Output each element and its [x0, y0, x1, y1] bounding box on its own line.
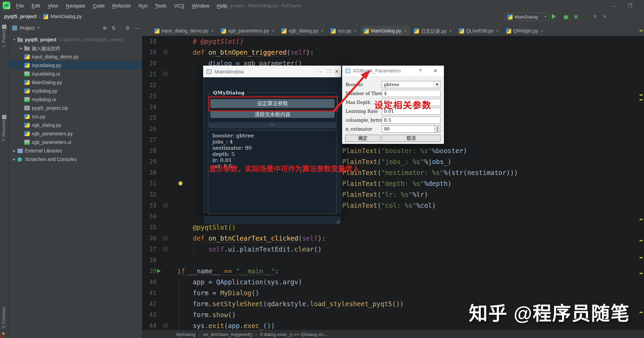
locate-file-icon[interactable]: ⊕ — [103, 25, 107, 31]
gear-icon[interactable]: ⚙ — [125, 25, 130, 31]
tab-close-icon[interactable]: × — [321, 28, 323, 33]
tab-xgb_dialog.py[interactable]: xgb_dialog.py× — [278, 26, 327, 36]
tree-item-Scratches and Consoles[interactable]: ▶Scratches and Consoles — [9, 155, 142, 163]
tree-item-input_dialog_demo.py[interactable]: input_dialog_demo.py — [9, 52, 142, 61]
code-line-37[interactable]: 37self.ui.plainTextEdit.clear() — [142, 244, 644, 255]
maximize-window-icon[interactable]: ❒ — [625, 0, 635, 11]
resize-grip[interactable] — [334, 218, 340, 224]
menu-code[interactable]: Code — [89, 3, 109, 9]
status-breadcrumb-item[interactable]: if dialog.exec_() == QDialog.Ac... — [260, 332, 327, 337]
tool-button-structure[interactable]: 7: Structure — [0, 113, 8, 141]
colsample-input[interactable]: 0.5 — [382, 117, 440, 124]
tab-close-icon[interactable]: × — [354, 28, 357, 33]
tab-MainDialog.py[interactable]: MainDialog.py× — [360, 26, 410, 36]
ok-button[interactable]: 确定 — [345, 135, 380, 142]
fold-up-icon[interactable]: ∧ — [163, 247, 168, 251]
tree-item-inputdialog.py[interactable]: inputdialog.py — [9, 61, 142, 69]
spin-down-icon[interactable]: ▼ — [435, 129, 440, 132]
fold-down-icon[interactable]: ∨ — [163, 50, 168, 54]
tree-item-inputdialog.ui[interactable]: inputdialog.ui — [9, 69, 142, 78]
booster-combobox[interactable]: gbtree ▼ — [382, 81, 440, 88]
tab-close-icon[interactable]: × — [496, 28, 499, 33]
code-line-39[interactable]: 39if __name__ == "__main__": — [142, 266, 644, 276]
chevron-right-icon[interactable]: ▶ — [11, 158, 17, 161]
error-stripe-mark[interactable] — [640, 219, 643, 220]
tab-日志记录.py[interactable]: 日志记录.py× — [410, 26, 456, 36]
tab-xgb_parameters.py[interactable]: xgb_parameters.py× — [218, 26, 278, 36]
cancel-button[interactable]: 取消 — [382, 135, 440, 142]
error-stripe-mark[interactable] — [640, 312, 643, 313]
tab-close-icon[interactable]: × — [404, 28, 407, 33]
lightbulb-icon[interactable] — [178, 181, 183, 186]
spinner-arrows[interactable]: ▲▼ — [434, 126, 440, 132]
tree-item-MainDialog.py[interactable]: MainDialog.py — [9, 78, 142, 86]
run-line-icon[interactable] — [157, 269, 161, 273]
run-with-coverage-button[interactable]: ▣ — [573, 14, 579, 19]
menu-tools[interactable]: Tools — [151, 3, 170, 9]
fold-up-icon[interactable]: ∧ — [163, 323, 168, 328]
menu-navigate[interactable]: Navigate — [62, 3, 89, 9]
tree-item-xgb_parameters.ui[interactable]: xgb_parameters.ui — [9, 138, 142, 146]
fold-up-icon[interactable]: ∧ — [163, 203, 168, 207]
project-panel-title[interactable]: Project — [20, 25, 35, 31]
chevron-right-icon[interactable]: ▶ — [18, 46, 24, 50]
breadcrumb-project[interactable]: pyqt5_project — [4, 14, 37, 19]
debug-button[interactable] — [563, 14, 569, 19]
profiler-button[interactable]: ◔ — [583, 14, 589, 19]
threads-input[interactable]: 4 — [382, 90, 440, 97]
tab-sss.py[interactable]: sss.py× — [327, 26, 360, 36]
tree-item-pyqt5_project[interactable]: ▼pyqt5_projectD:\pycharm_project\pyqt5_p… — [9, 35, 142, 44]
tool-button-favorites[interactable]: 2: Favorites — [0, 307, 8, 328]
error-stripe-mark[interactable] — [640, 30, 643, 31]
error-stripe-mark[interactable] — [640, 273, 643, 274]
n-estimator-spinner[interactable]: 90 ▲▼ — [382, 125, 440, 133]
code-line-19[interactable]: 19def on_btnOpen_triggered(self): — [142, 47, 644, 58]
code-line-36[interactable]: 36def on_btnClearText_clicked(self): — [142, 233, 644, 244]
tree-item-xgb_dialog.py[interactable]: xgb_dialog.py — [9, 121, 142, 129]
concurrency-diagram-button[interactable]: ≣ — [592, 14, 598, 19]
error-stripe-mark[interactable] — [640, 257, 643, 258]
menu-edit[interactable]: Edit — [28, 3, 44, 9]
dialog-close-icon[interactable]: ✕ — [432, 66, 439, 76]
status-breadcrumb-item[interactable]: MyDialog — [176, 332, 195, 337]
collapse-all-icon[interactable]: ⇅ — [112, 25, 116, 31]
spin-up-icon[interactable]: ▲ — [435, 126, 440, 129]
tree-item-pyqt5_project.zip[interactable]: pyqt5_project.zip — [9, 104, 142, 112]
tree-item-xgb_parameters.py[interactable]: xgb_parameters.py — [9, 129, 142, 138]
fold-down-icon[interactable]: ∨ — [163, 72, 168, 76]
menu-window[interactable]: Window — [188, 3, 213, 9]
chevron-down-icon[interactable]: ▼ — [434, 81, 440, 88]
tab-input_dialog_demo.py[interactable]: input_dialog_demo.py× — [151, 26, 218, 36]
dialog-help-icon[interactable]: ? — [417, 66, 424, 76]
menu-refactor[interactable]: Refactor — [109, 3, 135, 9]
menu-file[interactable]: File — [12, 3, 28, 9]
tree-item-mydialog.py[interactable]: mydialog.py — [9, 86, 142, 95]
run-configuration-select[interactable]: MainDialog ▼ — [505, 13, 550, 21]
hide-panel-icon[interactable]: — — [135, 25, 139, 31]
code-line-41[interactable]: 41form = MyDialog() — [142, 287, 644, 298]
tree-item-External Libraries[interactable]: ▶External Libraries — [9, 146, 142, 155]
chevron-down-icon[interactable]: ▼ — [37, 26, 40, 30]
stop-button[interactable]: ■ — [602, 14, 608, 19]
splitter-handle[interactable]: — — [208, 123, 337, 128]
code-line-18[interactable]: 18# @pyqtSlot() — [142, 36, 644, 47]
breadcrumb-file[interactable]: MainDialog.py — [51, 14, 82, 19]
fold-down-icon[interactable]: ∨ — [163, 236, 168, 240]
menu-run[interactable]: Run — [135, 3, 151, 9]
chevron-right-icon[interactable]: ▶ — [11, 149, 17, 152]
tab-close-icon[interactable]: × — [211, 28, 214, 33]
tool-button-project[interactable]: 1: Project — [0, 23, 8, 48]
code-line-40[interactable]: 40app = QApplication(sys.argv) — [142, 276, 644, 287]
tab-close-icon[interactable]: × — [449, 28, 452, 33]
chevron-down-icon[interactable]: ▼ — [11, 38, 17, 41]
error-stripe-mark[interactable] — [640, 99, 643, 100]
minimize-window-icon[interactable]: – — [608, 0, 619, 11]
tree-item-mydialog.ui[interactable]: mydialog.ui — [9, 95, 142, 104]
tab-close-icon[interactable]: × — [541, 28, 544, 33]
error-stripe-mark[interactable] — [640, 240, 643, 241]
tree-item-sss.py[interactable]: sss.py — [9, 112, 142, 121]
status-breadcrumb-item[interactable]: on_btnOpen_triggered() — [203, 332, 252, 337]
code-line-38[interactable]: 38 — [142, 255, 644, 266]
tab-close-icon[interactable]: × — [271, 28, 274, 33]
tab-QLineEdit.py[interactable]: QLineEdit.py× — [456, 26, 503, 36]
